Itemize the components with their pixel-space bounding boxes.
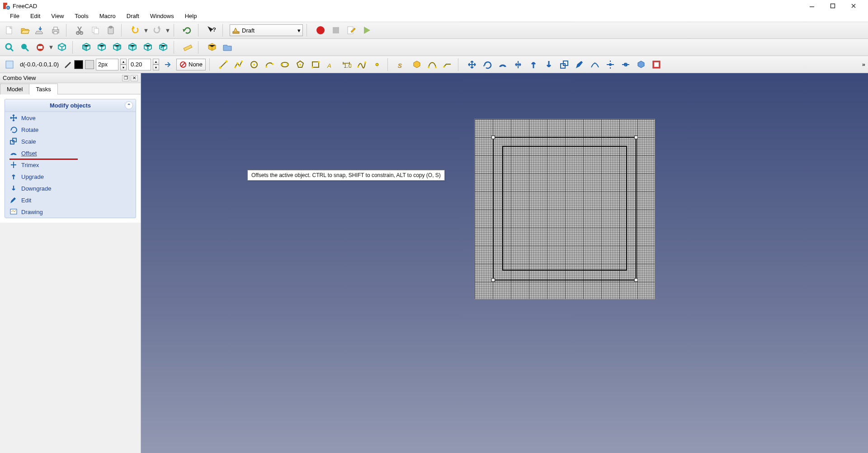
macro-stop-button[interactable] xyxy=(329,23,343,37)
svg-text:?: ? xyxy=(212,26,216,33)
toolbar-overflow-button[interactable]: » xyxy=(862,61,865,68)
view-top-button[interactable] xyxy=(95,41,108,54)
draft-wire2bspline-button[interactable] xyxy=(588,58,602,71)
view-front-button[interactable] xyxy=(80,41,93,54)
draft-rectangle-inner[interactable] xyxy=(502,146,627,271)
menu-file[interactable]: File xyxy=(5,12,25,20)
draft-scale-button[interactable] xyxy=(557,58,571,71)
face-color-swatch[interactable] xyxy=(85,60,94,69)
menu-help[interactable]: Help xyxy=(179,12,203,20)
task-trimex[interactable]: Trimex xyxy=(5,159,136,171)
draft-offset-button[interactable] xyxy=(496,58,509,71)
cut-button[interactable] xyxy=(73,23,87,37)
view-bottom-button[interactable] xyxy=(141,41,155,54)
menu-macro[interactable]: Macro xyxy=(94,12,121,20)
tab-model[interactable]: Model xyxy=(0,84,29,94)
new-button[interactable] xyxy=(3,23,16,37)
draw-style-button[interactable] xyxy=(33,41,47,54)
whats-this-button[interactable]: ? xyxy=(205,23,219,37)
menu-view[interactable]: View xyxy=(46,12,69,20)
macro-edit-button[interactable] xyxy=(344,23,358,37)
menu-draft[interactable]: Draft xyxy=(121,12,145,20)
task-drawing[interactable]: Drawing xyxy=(5,206,136,218)
draft-edit-button[interactable] xyxy=(573,58,586,71)
open-button[interactable] xyxy=(18,23,32,37)
svg-point-51 xyxy=(428,66,429,68)
menu-edit[interactable]: Edit xyxy=(25,12,46,20)
copy-button[interactable] xyxy=(89,23,102,37)
draft-shape2d-button[interactable] xyxy=(634,58,648,71)
draft-delpoint-button[interactable] xyxy=(619,58,632,71)
redo-button[interactable] xyxy=(150,23,164,37)
toggle-construction-button[interactable] xyxy=(62,58,72,71)
draft-shapestring-button[interactable]: S xyxy=(395,58,408,71)
tab-tasks[interactable]: Tasks xyxy=(29,84,57,94)
draft-downgrade-button[interactable] xyxy=(542,58,556,71)
task-rotate[interactable]: Rotate xyxy=(5,124,136,135)
print-button[interactable] xyxy=(49,23,62,37)
font-size-input[interactable]: 0.20 xyxy=(128,59,151,70)
window-maximize-button[interactable] xyxy=(824,0,844,12)
task-scale[interactable]: Scale xyxy=(5,135,136,147)
measure-button[interactable] xyxy=(181,41,194,54)
task-upgrade[interactable]: Upgrade xyxy=(5,171,136,182)
view-right-button[interactable] xyxy=(110,41,124,54)
autogroup-selector[interactable]: None xyxy=(176,59,206,70)
workbench-selector[interactable]: Draft ▾ xyxy=(230,24,303,36)
draft-upgrade-button[interactable] xyxy=(527,58,540,71)
draw-style-dropdown[interactable]: ▼ xyxy=(49,44,53,51)
zoom-selection-button[interactable] xyxy=(18,41,32,54)
panel-close-button[interactable]: ✕ xyxy=(131,75,138,81)
draft-rotate-button[interactable] xyxy=(481,58,494,71)
draft-line-button[interactable] xyxy=(217,58,230,71)
menu-windows[interactable]: Windows xyxy=(145,12,179,20)
view-left-button[interactable] xyxy=(156,41,170,54)
draft-bspline-button[interactable] xyxy=(355,58,368,71)
undo-dropdown[interactable]: ▼ xyxy=(144,27,148,34)
apply-style-button[interactable] xyxy=(161,58,175,71)
draft-wire-button[interactable] xyxy=(232,58,245,71)
paste-button[interactable] xyxy=(104,23,118,37)
draft-ellipse-button[interactable] xyxy=(278,58,292,71)
group-button[interactable] xyxy=(221,41,234,54)
macro-play-button[interactable] xyxy=(360,23,373,37)
panel-float-button[interactable]: ❐ xyxy=(122,75,129,81)
draft-addpoint-button[interactable] xyxy=(604,58,617,71)
macro-record-button[interactable] xyxy=(314,23,327,37)
font-size-spinner[interactable]: ▲▼ xyxy=(153,59,159,70)
task-move[interactable]: Move xyxy=(5,112,136,124)
draft-draft2sketch-button[interactable] xyxy=(650,58,663,71)
undo-button[interactable] xyxy=(128,23,142,37)
draft-dimension-button[interactable]: 1.00 xyxy=(340,58,353,71)
task-edit[interactable]: Edit xyxy=(5,194,136,206)
draft-trimex-button[interactable] xyxy=(511,58,525,71)
line-width-input[interactable]: 2px xyxy=(96,59,118,70)
3d-viewport[interactable]: Offsets the active object. CTRL to snap,… xyxy=(141,73,868,453)
zoom-fit-button[interactable] xyxy=(3,41,16,54)
draft-polygon-button[interactable] xyxy=(293,58,307,71)
line-width-spinner[interactable]: ▲▼ xyxy=(120,59,127,70)
draft-point-button[interactable] xyxy=(370,58,384,71)
window-close-button[interactable] xyxy=(844,0,865,12)
draft-facebinder-button[interactable] xyxy=(410,58,424,71)
view-rear-button[interactable] xyxy=(126,41,139,54)
draft-circle-button[interactable] xyxy=(247,58,261,71)
draft-text-button[interactable]: A xyxy=(324,58,338,71)
refresh-button[interactable] xyxy=(181,23,194,37)
line-color-swatch[interactable] xyxy=(74,60,83,69)
draft-move-button[interactable] xyxy=(465,58,479,71)
panel-collapse-button[interactable]: ⌃ xyxy=(125,101,133,109)
working-plane-button[interactable] xyxy=(3,58,16,71)
save-button[interactable] xyxy=(33,23,47,37)
draft-rectangle-button[interactable] xyxy=(309,58,322,71)
task-offset[interactable]: Offset xyxy=(5,147,136,159)
view-iso-button[interactable] xyxy=(55,41,69,54)
draft-bezier-button[interactable] xyxy=(425,58,439,71)
window-minimize-button[interactable] xyxy=(803,0,824,12)
draft-arc-button[interactable] xyxy=(263,58,276,71)
draft-label-button[interactable] xyxy=(441,58,454,71)
menu-tools[interactable]: Tools xyxy=(69,12,94,20)
redo-dropdown[interactable]: ▼ xyxy=(165,27,170,34)
task-downgrade[interactable]: Downgrade xyxy=(5,182,136,194)
part-button[interactable] xyxy=(205,41,219,54)
